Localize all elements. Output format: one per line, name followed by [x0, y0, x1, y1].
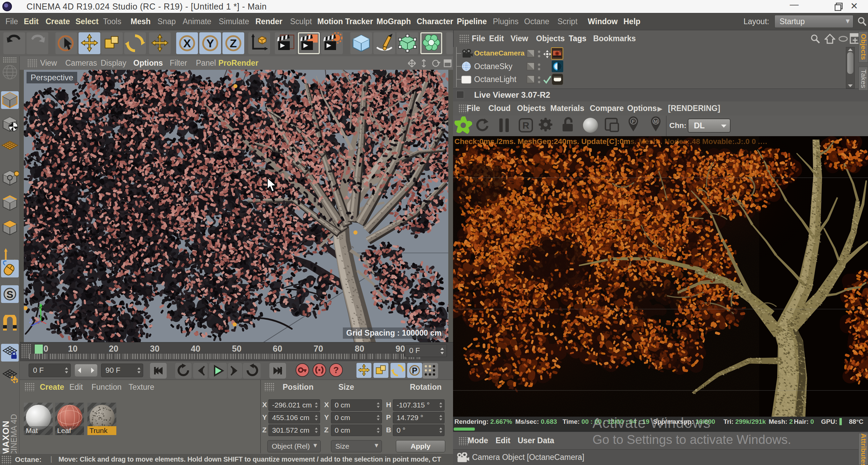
svg-text:P: P [412, 366, 417, 375]
svg-text:F: F [632, 118, 635, 124]
svg-text:S: S [6, 289, 13, 300]
svg-text:R: R [522, 120, 529, 131]
svg-text:X: X [183, 37, 191, 50]
svg-text:?: ? [333, 365, 339, 375]
svg-text:Y: Y [206, 37, 214, 50]
svg-text:Z: Z [230, 37, 237, 50]
svg-text:Z: Z [29, 318, 33, 324]
svg-text:Y: Y [38, 306, 42, 313]
svg-text:M: M [654, 118, 658, 124]
